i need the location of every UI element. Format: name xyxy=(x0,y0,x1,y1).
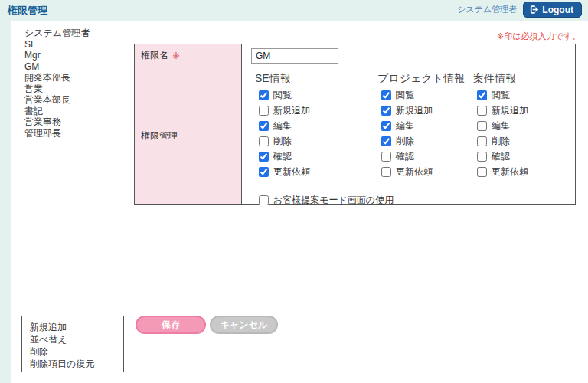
checkbox-label: 更新依頼 xyxy=(396,165,433,178)
checkbox-case-delete[interactable] xyxy=(477,136,487,146)
checkbox-project-delete[interactable] xyxy=(381,136,391,146)
checkbox-row-case-add[interactable]: 新規追加 xyxy=(473,103,570,118)
checkbox-label: 更新依頼 xyxy=(273,165,310,178)
checkbox-row-case-delete[interactable]: 削除 xyxy=(473,133,570,149)
checkbox-label: 編集 xyxy=(273,119,292,133)
permission-group-se: SE情報 閲覧 新規追加 編集 削除 xyxy=(255,72,377,179)
logout-label: Logout xyxy=(542,5,573,15)
checkbox-project-add[interactable] xyxy=(381,106,391,116)
logged-in-user: システム管理者 xyxy=(457,4,517,15)
sidebar-item-gm[interactable]: GM xyxy=(24,61,90,73)
checkbox-row-project-delete[interactable]: 削除 xyxy=(377,133,473,149)
checkbox-label: 新規追加 xyxy=(492,104,528,117)
logout-icon xyxy=(529,5,539,15)
form-buttons: 保存 キャンセル xyxy=(136,316,278,334)
role-list: システム管理者 SE Mgr GM 開発本部長 営業 営業本部長 書記 営業事務… xyxy=(24,28,90,139)
checkbox-label: 更新依頼 xyxy=(492,165,528,178)
action-new-add[interactable]: 新規追加 xyxy=(30,321,123,333)
checkbox-label: 削除 xyxy=(396,135,414,148)
permission-form: 権限名 ※ 権限管理 SE情報 閲覧 新規追加 xyxy=(134,44,576,205)
checkbox-row-se-edit[interactable]: 編集 xyxy=(255,118,377,133)
permission-matrix: SE情報 閲覧 新規追加 編集 削除 xyxy=(242,67,575,204)
permission-group-project: プロジェクト情報 閲覧 新規追加 編集 削除 xyxy=(377,72,473,179)
checkbox-label: 確認 xyxy=(396,150,414,163)
required-mark: ※ xyxy=(172,51,180,61)
permission-name-value-cell xyxy=(242,44,575,67)
permission-name-input[interactable] xyxy=(251,48,338,64)
checkbox-label: 編集 xyxy=(492,119,510,133)
checkbox-case-update-request[interactable] xyxy=(477,167,487,177)
checkbox-project-confirm[interactable] xyxy=(381,152,391,162)
checkbox-project-edit[interactable] xyxy=(381,121,391,131)
checkbox-label: お客様提案モード画面の使用 xyxy=(273,194,394,207)
sidebar-item-sales-division-head[interactable]: 営業本部長 xyxy=(24,94,90,106)
page-title: 権限管理 xyxy=(8,4,47,18)
checkbox-se-view[interactable] xyxy=(259,90,269,100)
checkbox-label: 削除 xyxy=(492,135,510,148)
group-title-project: プロジェクト情報 xyxy=(377,72,473,86)
sidebar-item-se[interactable]: SE xyxy=(24,39,90,51)
sidebar-item-sales[interactable]: 営業 xyxy=(24,83,90,95)
cancel-button[interactable]: キャンセル xyxy=(210,316,278,334)
checkbox-row-se-update-request[interactable]: 更新依頼 xyxy=(255,164,377,179)
sidebar-item-admin-dept-head[interactable]: 管理部長 xyxy=(24,128,90,139)
checkbox-case-edit[interactable] xyxy=(477,121,487,131)
action-delete[interactable]: 削除 xyxy=(30,345,123,358)
checkbox-row-se-view[interactable]: 閲覧 xyxy=(255,87,377,103)
checkbox-label: 新規追加 xyxy=(396,104,433,117)
checkbox-se-edit[interactable] xyxy=(259,121,269,131)
save-button[interactable]: 保存 xyxy=(136,316,206,334)
checkbox-label: 編集 xyxy=(396,119,414,133)
permission-matrix-label-cell: 権限管理 xyxy=(135,67,242,204)
permission-name-label: 権限名 xyxy=(141,49,168,62)
group-title-case: 案件情報 xyxy=(473,72,570,86)
checkbox-row-case-view[interactable]: 閲覧 xyxy=(473,87,570,103)
checkbox-row-project-edit[interactable]: 編集 xyxy=(377,118,473,133)
checkbox-project-view[interactable] xyxy=(381,90,391,100)
checkbox-label: 削除 xyxy=(273,135,292,148)
checkbox-label: 新規追加 xyxy=(273,104,310,117)
sidebar-item-secretary[interactable]: 書記 xyxy=(24,106,90,117)
checkbox-case-add[interactable] xyxy=(477,106,487,116)
permission-name-label-cell: 権限名 ※ xyxy=(135,44,242,67)
checkbox-label: 確認 xyxy=(492,150,510,163)
checkbox-label: 確認 xyxy=(273,150,292,163)
sidebar-item-system-admin[interactable]: システム管理者 xyxy=(24,28,90,39)
matrix-divider xyxy=(255,185,570,185)
checkbox-row-customer-proposal-mode[interactable]: お客様提案モード画面の使用 xyxy=(255,192,570,208)
checkbox-case-confirm[interactable] xyxy=(477,152,487,162)
checkbox-row-project-confirm[interactable]: 確認 xyxy=(377,149,473,164)
checkbox-case-view[interactable] xyxy=(477,90,487,100)
checkbox-label: 閲覧 xyxy=(273,89,292,102)
permission-group-case: 案件情報 閲覧 新規追加 編集 削除 xyxy=(473,72,570,179)
checkbox-se-add[interactable] xyxy=(259,106,269,116)
checkbox-row-case-edit[interactable]: 編集 xyxy=(473,118,570,133)
checkbox-project-update-request[interactable] xyxy=(381,167,391,177)
sidebar-action-box: 新規追加 並べ替え 削除 削除項目の復元 xyxy=(21,316,124,372)
checkbox-se-update-request[interactable] xyxy=(259,167,269,177)
logout-button[interactable]: Logout xyxy=(523,2,582,18)
checkbox-row-case-update-request[interactable]: 更新依頼 xyxy=(473,164,570,179)
checkbox-customer-proposal-mode[interactable] xyxy=(259,195,269,205)
required-note: ※印は必須入力です。 xyxy=(497,31,580,42)
checkbox-row-se-add[interactable]: 新規追加 xyxy=(255,103,377,118)
checkbox-label: 閲覧 xyxy=(396,89,414,102)
permission-matrix-label: 権限管理 xyxy=(141,129,178,142)
checkbox-se-delete[interactable] xyxy=(259,136,269,146)
checkbox-se-confirm[interactable] xyxy=(259,152,269,162)
action-sort[interactable]: 並べ替え xyxy=(30,333,123,345)
checkbox-row-se-confirm[interactable]: 確認 xyxy=(255,149,377,164)
checkbox-row-project-add[interactable]: 新規追加 xyxy=(377,103,473,118)
header-right: システム管理者 Logout xyxy=(457,2,582,18)
checkbox-row-project-view[interactable]: 閲覧 xyxy=(377,87,473,103)
sidebar-item-dev-division-head[interactable]: 開発本部長 xyxy=(24,72,90,83)
action-restore-deleted[interactable]: 削除項目の復元 xyxy=(30,358,123,370)
sidebar-item-mgr[interactable]: Mgr xyxy=(24,50,90,61)
checkbox-row-se-delete[interactable]: 削除 xyxy=(255,133,377,149)
checkbox-row-project-update-request[interactable]: 更新依頼 xyxy=(377,164,473,179)
checkbox-row-case-confirm[interactable]: 確認 xyxy=(473,149,570,164)
sidebar-divider xyxy=(129,21,129,383)
checkbox-label: 閲覧 xyxy=(492,89,510,102)
group-title-se: SE情報 xyxy=(255,72,377,86)
sidebar-item-sales-admin[interactable]: 営業事務 xyxy=(24,116,90,128)
